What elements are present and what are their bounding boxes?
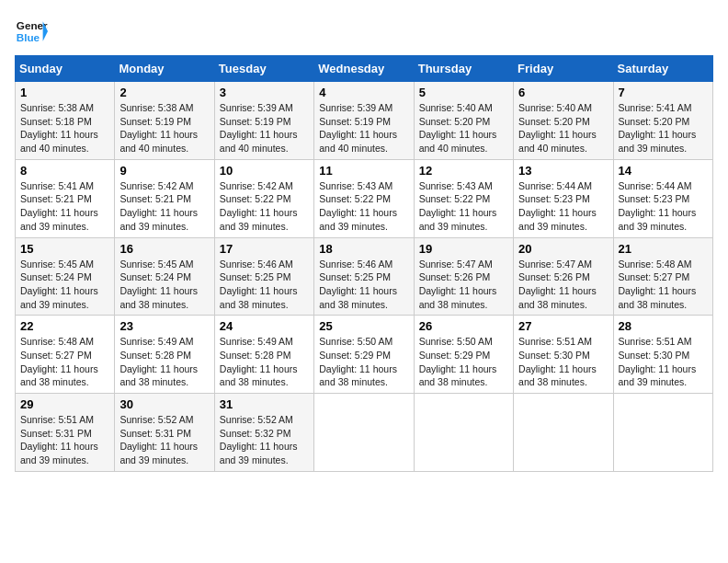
calendar-cell: 9Sunrise: 5:42 AMSunset: 5:21 PMDaylight… [115,159,214,237]
day-number: 25 [319,319,408,333]
calendar-cell: 15Sunrise: 5:45 AMSunset: 5:24 PMDayligh… [16,237,115,316]
day-number: 1 [20,86,109,99]
cell-info: Sunrise: 5:38 AMSunset: 5:19 PMDaylight:… [119,102,198,154]
calendar-week-row: 1Sunrise: 5:38 AMSunset: 5:18 PMDaylight… [16,82,713,160]
calendar-cell: 26Sunrise: 5:50 AMSunset: 5:29 PMDayligh… [414,316,513,394]
calendar-cell: 13Sunrise: 5:44 AMSunset: 5:23 PMDayligh… [514,159,613,237]
calendar-cell: 21Sunrise: 5:48 AMSunset: 5:27 PMDayligh… [613,237,712,316]
cell-info: Sunrise: 5:51 AMSunset: 5:30 PMDaylight:… [518,336,597,387]
cell-info: Sunrise: 5:43 AMSunset: 5:22 PMDaylight:… [419,180,497,232]
cell-info: Sunrise: 5:48 AMSunset: 5:27 PMDaylight:… [20,336,98,387]
day-number: 10 [220,164,309,178]
day-number: 4 [319,86,408,99]
cell-info: Sunrise: 5:46 AMSunset: 5:25 PMDaylight:… [220,259,298,310]
cell-info: Sunrise: 5:51 AMSunset: 5:30 PMDaylight:… [619,336,697,387]
calendar-cell: 19Sunrise: 5:47 AMSunset: 5:26 PMDayligh… [414,237,513,316]
day-number: 29 [20,397,109,411]
page-header: General Blue [15,15,713,48]
cell-info: Sunrise: 5:48 AMSunset: 5:27 PMDaylight:… [619,259,697,310]
calendar-table: SundayMondayTuesdayWednesdayThursdayFrid… [15,55,713,472]
cell-info: Sunrise: 5:44 AMSunset: 5:23 PMDaylight:… [518,180,597,232]
cell-info: Sunrise: 5:47 AMSunset: 5:26 PMDaylight:… [518,259,597,310]
calendar-cell: 1Sunrise: 5:38 AMSunset: 5:18 PMDaylight… [16,82,115,160]
day-number: 17 [220,242,309,256]
cell-info: Sunrise: 5:40 AMSunset: 5:20 PMDaylight:… [518,102,597,154]
day-number: 6 [518,86,608,99]
calendar-cell: 6Sunrise: 5:40 AMSunset: 5:20 PMDaylight… [514,82,613,160]
cell-info: Sunrise: 5:47 AMSunset: 5:26 PMDaylight:… [419,259,497,310]
calendar-cell: 23Sunrise: 5:49 AMSunset: 5:28 PMDayligh… [115,316,214,394]
weekday-header: Saturday [613,56,712,82]
cell-info: Sunrise: 5:45 AMSunset: 5:24 PMDaylight:… [20,259,98,310]
day-number: 2 [119,86,209,99]
calendar-cell: 17Sunrise: 5:46 AMSunset: 5:25 PMDayligh… [214,237,313,316]
day-number: 15 [20,242,109,256]
day-number: 3 [220,86,309,99]
cell-info: Sunrise: 5:44 AMSunset: 5:23 PMDaylight:… [619,180,697,232]
calendar-week-row: 15Sunrise: 5:45 AMSunset: 5:24 PMDayligh… [16,237,713,316]
cell-info: Sunrise: 5:45 AMSunset: 5:24 PMDaylight:… [119,259,198,310]
day-number: 12 [419,164,508,178]
calendar-cell: 4Sunrise: 5:39 AMSunset: 5:19 PMDaylight… [314,82,414,160]
day-number: 19 [419,242,508,256]
cell-info: Sunrise: 5:41 AMSunset: 5:20 PMDaylight:… [619,102,697,154]
calendar-cell [514,394,613,472]
cell-info: Sunrise: 5:41 AMSunset: 5:21 PMDaylight:… [20,180,98,232]
calendar-cell [613,394,712,472]
calendar-cell: 20Sunrise: 5:47 AMSunset: 5:26 PMDayligh… [514,237,613,316]
day-number: 16 [119,242,209,256]
cell-info: Sunrise: 5:52 AMSunset: 5:32 PMDaylight:… [220,414,298,465]
calendar-cell: 22Sunrise: 5:48 AMSunset: 5:27 PMDayligh… [16,316,115,394]
calendar-cell: 29Sunrise: 5:51 AMSunset: 5:31 PMDayligh… [16,394,115,472]
weekday-header-row: SundayMondayTuesdayWednesdayThursdayFrid… [16,56,713,82]
calendar-cell: 24Sunrise: 5:49 AMSunset: 5:28 PMDayligh… [214,316,313,394]
day-number: 9 [119,164,209,178]
cell-info: Sunrise: 5:50 AMSunset: 5:29 PMDaylight:… [419,336,497,387]
calendar-week-row: 22Sunrise: 5:48 AMSunset: 5:27 PMDayligh… [16,316,713,394]
calendar-week-row: 29Sunrise: 5:51 AMSunset: 5:31 PMDayligh… [16,394,713,472]
day-number: 20 [518,242,608,256]
calendar-cell: 18Sunrise: 5:46 AMSunset: 5:25 PMDayligh… [314,237,414,316]
weekday-header: Sunday [16,56,115,82]
weekday-header: Friday [514,56,613,82]
calendar-cell: 16Sunrise: 5:45 AMSunset: 5:24 PMDayligh… [115,237,214,316]
day-number: 31 [220,397,309,411]
day-number: 28 [619,319,708,333]
cell-info: Sunrise: 5:51 AMSunset: 5:31 PMDaylight:… [20,414,98,465]
cell-info: Sunrise: 5:49 AMSunset: 5:28 PMDaylight:… [119,336,198,387]
calendar-cell: 30Sunrise: 5:52 AMSunset: 5:31 PMDayligh… [115,394,214,472]
cell-info: Sunrise: 5:52 AMSunset: 5:31 PMDaylight:… [119,414,198,465]
cell-info: Sunrise: 5:42 AMSunset: 5:21 PMDaylight:… [119,180,198,232]
calendar-cell: 2Sunrise: 5:38 AMSunset: 5:19 PMDaylight… [115,82,214,160]
calendar-cell: 14Sunrise: 5:44 AMSunset: 5:23 PMDayligh… [613,159,712,237]
weekday-header: Tuesday [214,56,313,82]
calendar-cell: 25Sunrise: 5:50 AMSunset: 5:29 PMDayligh… [314,316,414,394]
weekday-header: Monday [115,56,214,82]
calendar-cell: 10Sunrise: 5:42 AMSunset: 5:22 PMDayligh… [214,159,313,237]
day-number: 7 [619,86,708,99]
calendar-cell: 11Sunrise: 5:43 AMSunset: 5:22 PMDayligh… [314,159,414,237]
day-number: 26 [419,319,508,333]
cell-info: Sunrise: 5:43 AMSunset: 5:22 PMDaylight:… [319,180,397,232]
day-number: 18 [319,242,408,256]
calendar-cell [414,394,513,472]
day-number: 13 [518,164,608,178]
cell-info: Sunrise: 5:40 AMSunset: 5:20 PMDaylight:… [419,102,497,154]
calendar-week-row: 8Sunrise: 5:41 AMSunset: 5:21 PMDaylight… [16,159,713,237]
calendar-cell: 28Sunrise: 5:51 AMSunset: 5:30 PMDayligh… [613,316,712,394]
cell-info: Sunrise: 5:46 AMSunset: 5:25 PMDaylight:… [319,259,397,310]
day-number: 5 [419,86,508,99]
cell-info: Sunrise: 5:49 AMSunset: 5:28 PMDaylight:… [220,336,298,387]
day-number: 22 [20,319,109,333]
cell-info: Sunrise: 5:39 AMSunset: 5:19 PMDaylight:… [319,102,397,154]
calendar-cell [314,394,414,472]
logo-icon: General Blue [15,15,48,48]
day-number: 27 [518,319,608,333]
calendar-cell: 7Sunrise: 5:41 AMSunset: 5:20 PMDaylight… [613,82,712,160]
calendar-cell: 8Sunrise: 5:41 AMSunset: 5:21 PMDaylight… [16,159,115,237]
calendar-cell: 5Sunrise: 5:40 AMSunset: 5:20 PMDaylight… [414,82,513,160]
svg-text:Blue: Blue [17,31,40,43]
day-number: 23 [119,319,209,333]
day-number: 11 [319,164,408,178]
day-number: 24 [220,319,309,333]
